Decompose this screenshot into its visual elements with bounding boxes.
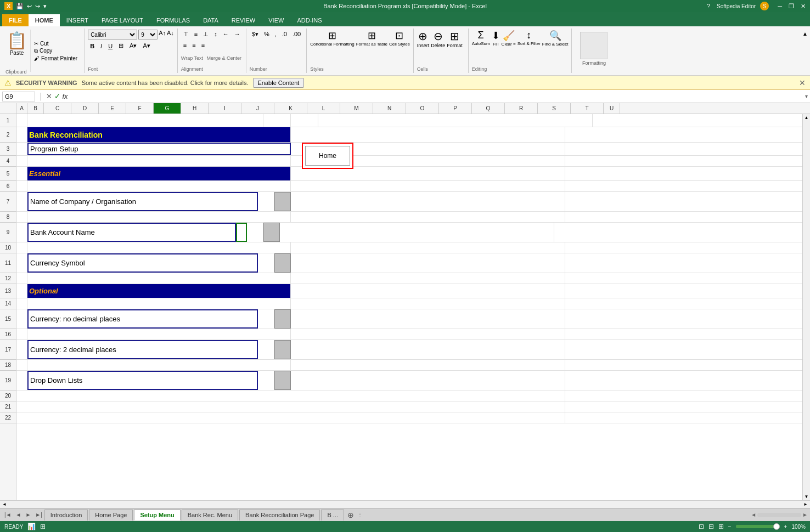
cell-A19[interactable] <box>16 371 27 390</box>
cell-A15[interactable] <box>16 309 27 329</box>
cell-H9-btn[interactable] <box>263 223 280 242</box>
format-as-table-btn[interactable]: ⊞ Format as Table <box>356 30 387 47</box>
tab-insert[interactable]: INSERT <box>60 14 95 26</box>
cell-A5[interactable] <box>16 167 27 180</box>
row-header-7[interactable]: 7 <box>0 192 16 212</box>
col-header-T[interactable]: T <box>571 103 604 114</box>
font-size-select[interactable]: 9 <box>138 30 158 39</box>
col-header-O[interactable]: O <box>406 103 439 114</box>
insert-cells-btn[interactable]: ⊕ Insert <box>417 30 430 48</box>
cell-A12[interactable] <box>16 273 27 284</box>
tab-view[interactable]: VIEW <box>262 14 290 26</box>
col-header-F[interactable]: F <box>126 103 154 114</box>
home-button[interactable]: Home <box>305 146 350 166</box>
cell-rest-10[interactable] <box>291 242 565 253</box>
row-header-1[interactable]: 1 <box>0 114 16 127</box>
cell-reference-input[interactable] <box>2 92 35 101</box>
cell-program-setup[interactable]: Program Setup <box>27 143 291 155</box>
col-header-K[interactable]: K <box>274 103 307 114</box>
cell-row22[interactable] <box>16 412 565 423</box>
cell-G1[interactable] <box>263 114 291 127</box>
cell-G11[interactable] <box>258 253 274 273</box>
cell-B18-span[interactable] <box>27 360 291 370</box>
cell-G17[interactable] <box>258 340 274 359</box>
cell-bank-reconciliation[interactable]: Bank Reconciliation <box>27 127 291 142</box>
tab-home[interactable]: HOME <box>29 14 60 26</box>
cell-B6-span[interactable] <box>27 181 291 191</box>
border-button[interactable]: ⊞ <box>116 41 126 50</box>
cell-A17[interactable] <box>16 340 27 359</box>
fill-color-button[interactable]: A▾ <box>127 41 139 50</box>
cell-G9-selected[interactable] <box>236 223 247 242</box>
restore-btn[interactable]: ❐ <box>789 3 794 10</box>
percent-btn[interactable]: % <box>262 30 272 39</box>
close-btn[interactable]: ✕ <box>801 3 806 10</box>
autosum-btn[interactable]: Σ AutoSum <box>472 30 490 47</box>
cell-B1-span[interactable] <box>27 114 263 127</box>
cell-B16-span[interactable] <box>27 329 291 339</box>
cell-H11-btn[interactable] <box>274 253 291 273</box>
cell-A14[interactable] <box>16 298 27 309</box>
font-name-select[interactable]: Calibri <box>88 30 137 39</box>
cell-A18[interactable] <box>16 360 27 370</box>
quick-access-dropdown[interactable]: ▾ <box>43 3 47 10</box>
cell-A7[interactable] <box>16 192 27 211</box>
cell-drop-down-lists[interactable]: Drop Down Lists <box>27 371 258 390</box>
cell-styles-btn[interactable]: ⊡ Cell Styles <box>389 30 410 47</box>
zoom-out-btn[interactable]: − <box>728 524 732 530</box>
format-painter-button[interactable]: 🖌Format Painter <box>34 55 77 61</box>
underline-button[interactable]: U <box>106 42 115 50</box>
cut-button[interactable]: ✂Cut <box>34 41 77 47</box>
italic-button[interactable]: I <box>98 42 104 50</box>
align-right-btn[interactable]: ≡ <box>199 41 207 49</box>
view-normal-btn[interactable]: ⊡ <box>699 523 704 530</box>
align-bottom-btn[interactable]: ⊥ <box>201 30 211 39</box>
align-center-btn[interactable]: ≡ <box>190 41 198 49</box>
cell-H7-btn[interactable] <box>274 192 291 211</box>
cell-rest-16[interactable] <box>291 329 565 339</box>
sheet-nav-next[interactable]: ► <box>23 512 33 518</box>
tab-file[interactable]: FILE <box>2 14 29 26</box>
minimize-btn[interactable]: ─ <box>778 3 782 9</box>
cell-G15[interactable] <box>258 309 274 329</box>
tab-add-ins[interactable]: ADD-INS <box>290 14 328 26</box>
row-header-15[interactable]: 15 <box>0 309 16 329</box>
cell-A10[interactable] <box>16 242 27 253</box>
row-header-16[interactable]: 16 <box>0 329 16 340</box>
zoom-in-btn[interactable]: + <box>784 524 788 530</box>
col-header-L[interactable]: L <box>307 103 340 114</box>
sheet-options-btn[interactable]: ⋮ <box>357 512 363 518</box>
col-header-E[interactable]: E <box>99 103 126 114</box>
h-scroll-right2[interactable]: ► <box>802 512 808 518</box>
scroll-up-btn[interactable]: ▲ <box>803 114 810 121</box>
cell-rest-19[interactable] <box>291 371 565 390</box>
cell-G9b[interactable] <box>247 223 263 242</box>
align-middle-btn[interactable]: ≡ <box>192 30 200 39</box>
quick-access-redo[interactable]: ↪ <box>35 3 40 10</box>
col-header-J[interactable]: J <box>241 103 274 114</box>
sheet-tab-bank-rec-menu[interactable]: Bank Rec. Menu <box>182 510 238 520</box>
col-header-S[interactable]: S <box>538 103 571 114</box>
formula-input[interactable] <box>70 91 803 102</box>
row-header-12[interactable]: 12 <box>0 273 16 284</box>
sheet-tab-home-page[interactable]: Home Page <box>89 510 133 520</box>
scroll-down-btn[interactable]: ▼ <box>803 493 810 500</box>
font-color-button[interactable]: A▾ <box>140 41 152 50</box>
cell-currency-symbol[interactable]: Currency Symbol <box>27 253 258 273</box>
formula-expand-btn[interactable]: ▾ <box>805 93 808 99</box>
delete-cells-btn[interactable]: ⊖ Delete <box>431 30 445 48</box>
sort-filter-btn[interactable]: ↕ Sort & Filter <box>518 30 541 47</box>
sheet-nav-first[interactable]: |◄ <box>2 512 14 518</box>
col-header-U[interactable]: U <box>604 103 620 114</box>
row-header-5[interactable]: 5 <box>0 167 16 181</box>
cell-rest-8[interactable] <box>291 212 565 222</box>
cell-A2[interactable] <box>16 127 27 142</box>
row-header-10[interactable]: 10 <box>0 242 16 253</box>
h-scroll-left2[interactable]: ◄ <box>751 512 756 518</box>
tab-page-layout[interactable]: PAGE LAYOUT <box>95 14 150 26</box>
paste-button[interactable]: 📋 Paste <box>3 30 31 72</box>
row-header-2[interactable]: 2 <box>0 127 16 143</box>
indent-increase-btn[interactable]: → <box>232 30 243 39</box>
row-header-13[interactable]: 13 <box>0 284 16 298</box>
cell-rest-18[interactable] <box>291 360 565 370</box>
